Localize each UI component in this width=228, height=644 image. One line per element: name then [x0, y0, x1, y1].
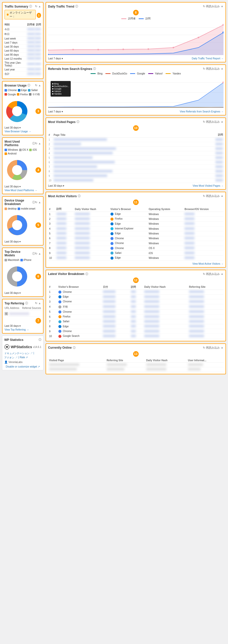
collapse-latest-icon[interactable]: ▲: [221, 272, 223, 276]
collapse-daily-icon[interactable]: ▲: [221, 5, 223, 8]
referring-view-link[interactable]: View Top Referring →: [5, 328, 41, 331]
collapse-icon-platform[interactable]: ▲: [38, 142, 41, 145]
pages-col-visits: 訪問: [203, 132, 223, 138]
daily-report-link[interactable]: Daily Traffic Trend Report →: [192, 57, 223, 60]
referrals-chart-footer: Last 7 days ▾ View Referrals from Search…: [48, 110, 223, 113]
table-row: 4: [48, 151, 223, 156]
table-row: 6 Chrome Windows: [48, 236, 223, 241]
referrals-period-select[interactable]: Last 7 days ▾: [48, 110, 63, 113]
info-icon-latest: ⓘ: [85, 272, 88, 276]
visited-view-link[interactable]: View Most Visited Pages →: [193, 184, 223, 187]
collapse-active-icon[interactable]: ▲: [221, 194, 223, 198]
wp-rate-link[interactable]: Rate ↗: [20, 356, 28, 359]
currently-online-table: Visited Page Referring Site Daily Visito…: [48, 358, 223, 372]
referrals-view-link[interactable]: View Referrals from Search Engines →: [180, 110, 223, 113]
table-row: Last year: [5, 68, 41, 72]
platforms-widget: Most Used Platforms ⓘ ↻ ▲ WindowsOS XiOS…: [2, 137, 44, 194]
top-referring-title: Top Referring ⓘ ↻ ▲: [5, 301, 41, 305]
wp-statistics-icon: [4, 343, 10, 351]
section-number-13: 13: [133, 351, 139, 357]
table-row: 3: [48, 147, 223, 151]
online-label: オンラインユーザー：: [10, 11, 33, 18]
table-row: 10 Edge Windows: [48, 256, 223, 260]
lv-col-date: 日付: [102, 285, 130, 290]
refresh-icon-device[interactable]: ↻: [35, 201, 37, 204]
av-col-browser: Visitor's Browser: [109, 207, 148, 212]
table-row: 6 Firefox: [48, 314, 223, 319]
collapse-referrals-icon[interactable]: ▲: [221, 67, 223, 71]
info-icon-top-device: ⓘ: [32, 252, 35, 256]
collapse-icon-device[interactable]: ▲: [38, 201, 41, 204]
currently-online-title: Currently Online ⓘ ↻ 再読み込み ▲: [48, 346, 223, 350]
online-users-badge: オンラインユーザー：: [5, 10, 36, 19]
daily-traffic-title: Daily Traffic Trend ⓘ ↻ 再読み込み ▲: [48, 5, 223, 8]
reload-online-btn[interactable]: ↻ 再読み込み: [203, 346, 220, 350]
top-device-pie: [5, 264, 30, 289]
info-icon-platform: ⓘ: [32, 142, 35, 145]
top-referring-label: Top Referring: [5, 302, 24, 305]
visited-period-select[interactable]: Last 30 days ▾: [48, 184, 64, 187]
refresh-icon-referring[interactable]: ↻: [35, 302, 37, 305]
wp-version: v14.6.1: [33, 346, 41, 348]
browser-usage-widget: Browser Usage ⓘ ↻ ▲ ChromeEdgeSafariGoog…: [2, 81, 44, 135]
daily-traffic-label: Daily Traffic Trend: [48, 5, 74, 8]
referring-url: [9, 312, 29, 315]
refresh-icon-platform[interactable]: ↻: [35, 142, 37, 145]
referrals-label: Referrals from Search Engines: [48, 67, 92, 71]
refresh-icon-top-device[interactable]: ↻: [35, 252, 37, 255]
device-usage-widget: Device Usage Breakdown ⓘ ↻ ▲ desktopmobi…: [2, 196, 44, 246]
co-col-referring: Referring Site: [106, 358, 145, 363]
wp-disable-link[interactable]: Disable or customize widget ↗: [4, 365, 41, 368]
svg-point-14: [72, 49, 74, 50]
legend-item: Yandex: [166, 72, 181, 75]
table-row: 2 Edge: [48, 294, 223, 299]
platform-view-link[interactable]: View Most Used Platforms →: [5, 189, 41, 192]
refresh-icon[interactable]: ↻: [35, 5, 37, 8]
device-legend: desktopmobile:smart: [5, 207, 41, 210]
lv-col-browser: Visitor's Browser: [57, 285, 102, 290]
wp-addons-link[interactable]: アドオン ↗: [4, 356, 18, 359]
collapse-icon-browser[interactable]: ▲: [38, 84, 41, 87]
collapse-icon-top-device[interactable]: ▲: [38, 252, 41, 255]
section-number-11: 11: [133, 199, 139, 205]
info-icon-online: ⓘ: [73, 346, 75, 350]
browser-view-link[interactable]: View Browser Usage →: [5, 130, 41, 133]
table-row: 今日: [5, 27, 41, 32]
platform-period: Last 30 days ▾: [5, 185, 41, 188]
reload-visited-btn[interactable]: ↻ 再読み込み: [203, 120, 220, 124]
reload-latest-btn[interactable]: ↻ 再読み込み: [203, 272, 220, 276]
reload-active-btn[interactable]: ↻ 再読み込み: [203, 194, 220, 198]
reload-daily-btn[interactable]: ↻ 再読み込み: [203, 5, 220, 8]
section-number-1: 1: [37, 13, 41, 18]
collapse-online-icon[interactable]: ▲: [221, 346, 223, 350]
refresh-icon-browser[interactable]: ↻: [35, 84, 37, 87]
device-usage-label: Device Usage Breakdown: [5, 199, 31, 206]
table-row: 8: [48, 169, 223, 174]
legend-item: Safari: [28, 89, 38, 92]
svg-point-7: [12, 271, 22, 281]
wp-docs-link[interactable]: ドキュメンテーション ↗: [4, 352, 33, 355]
latest-visitor-table: # Visitor's Browser 日付 訪問 Daily Visitor …: [48, 285, 223, 339]
device-pie: [5, 213, 30, 238]
table-row: 3 Edge Windows: [48, 221, 223, 226]
pages-col-title: Page Title: [53, 132, 203, 138]
platform-legend: WindowsOS XiOSAndroid: [5, 148, 41, 155]
active-view-link[interactable]: View Most Active Visitors →: [192, 262, 223, 265]
reload-referrals-btn[interactable]: ↻ 再読み込み: [203, 67, 220, 71]
referrals-tooltip: ■ Bing ■ DuckDuckGo... ■ Google ■ Yahoo!…: [51, 81, 71, 97]
collapse-icon-referring[interactable]: ▲: [38, 302, 41, 305]
active-visitors-table: # 訪問 Daily Visitor Hash Visitor's Browse…: [48, 207, 223, 261]
collapse-icon[interactable]: ▲: [38, 5, 41, 8]
table-row: 6: [48, 160, 223, 165]
top-device-widget: Top Device Models ⓘ ↻ ▲ MacintoshiPhone: [2, 248, 44, 297]
co-col-user: User Informat...: [187, 358, 223, 363]
section-number-6: 6: [35, 274, 41, 279]
browser-usage-title: Browser Usage ⓘ ↻ ▲: [5, 84, 41, 87]
legend-item: OS X: [19, 148, 28, 151]
table-row: 8 Chrome OS X: [48, 246, 223, 251]
collapse-visited-icon[interactable]: ▲: [221, 120, 223, 124]
daily-period-select[interactable]: Last 7 days ▾: [48, 57, 63, 60]
table-row: 1 Edge Windows: [48, 212, 223, 217]
table-row: 5 Chrome: [48, 309, 223, 314]
svg-point-16: [123, 49, 124, 50]
